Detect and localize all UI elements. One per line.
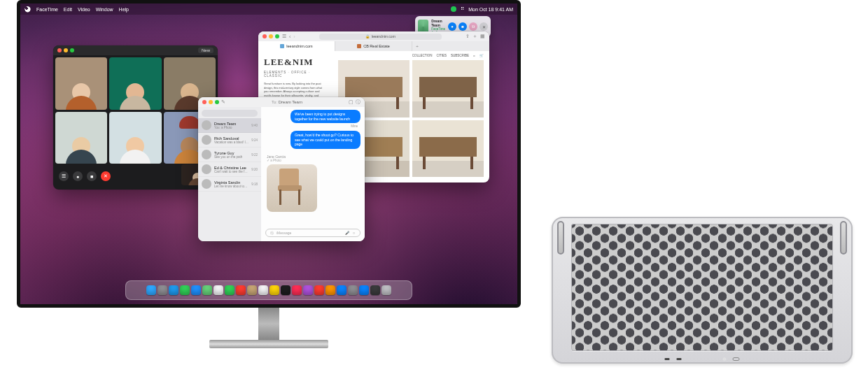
photo-attachment[interactable] bbox=[267, 164, 317, 212]
tabs-icon[interactable]: ▦ bbox=[480, 34, 485, 39]
conversation-item[interactable]: Ed & Christine LeeCan't wait to see the … bbox=[198, 162, 261, 177]
conversation-item[interactable]: Rich SandovalVacation was a blast! I thi… bbox=[198, 133, 261, 148]
lock-icon: 🔒 bbox=[365, 34, 370, 38]
dock-maps-icon[interactable] bbox=[202, 285, 212, 295]
participant-tile[interactable] bbox=[55, 57, 107, 110]
dock-keynote-icon[interactable] bbox=[359, 285, 369, 295]
shareplay-icon[interactable]: ⧉ bbox=[469, 22, 477, 31]
conversation-item[interactable]: Virginia SandínLet me know about tonight… bbox=[198, 177, 261, 192]
close-icon[interactable] bbox=[57, 48, 62, 52]
menubar-app-name[interactable]: FaceTime bbox=[36, 7, 58, 12]
window-controls[interactable] bbox=[57, 48, 74, 52]
search-input[interactable] bbox=[202, 110, 258, 117]
dock-messages-icon[interactable] bbox=[180, 285, 190, 295]
menubar-item[interactable]: Video bbox=[78, 7, 90, 12]
sidebar-icon[interactable]: ☰ bbox=[282, 34, 286, 39]
gallery-image[interactable] bbox=[412, 120, 484, 178]
dock-podcasts-icon[interactable] bbox=[303, 285, 313, 295]
dock-photos-icon[interactable] bbox=[214, 285, 223, 295]
control-center-icon[interactable]: ⠿ bbox=[461, 6, 464, 12]
participant-tile[interactable] bbox=[109, 57, 161, 110]
dock-mail-icon[interactable] bbox=[191, 285, 201, 295]
nav-link[interactable]: SUBSCRIBE bbox=[451, 54, 469, 57]
nav-link[interactable]: CITIES bbox=[436, 54, 447, 57]
handle-icon bbox=[840, 221, 847, 255]
tab[interactable]: CB Real Estate bbox=[335, 41, 412, 51]
handle-icon bbox=[557, 221, 564, 255]
menubar-item[interactable]: Window bbox=[96, 7, 113, 12]
mic-icon[interactable]: ● bbox=[448, 22, 456, 31]
status-led-icon bbox=[724, 358, 726, 360]
dock-finder-icon[interactable] bbox=[146, 285, 156, 295]
minimize-icon[interactable] bbox=[269, 34, 273, 38]
cart-icon[interactable]: 🛒 bbox=[479, 54, 484, 57]
dock-settings-icon[interactable] bbox=[348, 285, 358, 295]
new-tab-icon[interactable]: ＋ bbox=[472, 33, 477, 40]
thunderbolt-port-icon bbox=[665, 358, 670, 360]
dock-books-icon[interactable] bbox=[326, 285, 335, 295]
conversation-item[interactable]: Dream TeamYou: a Photo9:40 bbox=[198, 118, 261, 133]
dock-facetime-icon[interactable] bbox=[225, 285, 234, 295]
search-icon[interactable]: ⌕ bbox=[473, 54, 475, 57]
close-icon[interactable] bbox=[262, 34, 267, 38]
tab-active[interactable]: leeandnim.com bbox=[258, 41, 335, 51]
menubar-item[interactable]: Help bbox=[119, 7, 129, 12]
participant-tile[interactable] bbox=[55, 112, 107, 164]
dock-downloads-icon[interactable] bbox=[370, 285, 380, 295]
dock-appstore-icon[interactable] bbox=[337, 285, 346, 295]
facetime-window[interactable]: New ☰ ● ■ ✕ bbox=[53, 45, 218, 190]
emoji-icon[interactable]: ☺ bbox=[352, 231, 356, 235]
menubar-item[interactable]: Edit bbox=[64, 7, 72, 12]
dock-calendar-icon[interactable] bbox=[236, 285, 246, 295]
apps-icon[interactable]: Ⓐ bbox=[270, 231, 274, 235]
conversation-time: 9:18 bbox=[251, 183, 258, 186]
nav-link[interactable]: COLLECTION bbox=[412, 54, 433, 57]
facetime-status-icon[interactable] bbox=[451, 6, 456, 12]
camera-toggle-icon[interactable]: ■ bbox=[87, 171, 97, 181]
dock-contacts-icon[interactable] bbox=[247, 285, 257, 295]
forward-icon[interactable]: › bbox=[293, 34, 295, 39]
gallery-image[interactable] bbox=[412, 60, 484, 117]
leave-icon[interactable]: ✕ bbox=[479, 22, 488, 31]
video-call-icon[interactable]: ▢ bbox=[349, 99, 354, 105]
dock-notes-icon[interactable] bbox=[270, 285, 279, 295]
window-controls[interactable] bbox=[202, 100, 219, 104]
dock-safari-icon[interactable] bbox=[169, 285, 178, 295]
tab-label: CB Real Estate bbox=[363, 44, 390, 48]
mute-icon[interactable]: ● bbox=[73, 171, 83, 181]
dock-news-icon[interactable] bbox=[314, 285, 324, 295]
compose-icon[interactable]: ✎ bbox=[221, 99, 225, 105]
info-icon[interactable]: ⓘ bbox=[356, 99, 360, 106]
zoom-icon[interactable] bbox=[70, 48, 74, 52]
messages-window[interactable]: ✎ To: Dream Team ▢ ⓘ Dream TeamYou: a Ph… bbox=[198, 97, 365, 241]
minimize-icon[interactable] bbox=[64, 48, 68, 52]
back-icon[interactable]: ‹ bbox=[289, 34, 290, 39]
window-controls[interactable] bbox=[262, 34, 279, 38]
zoom-icon[interactable] bbox=[275, 34, 279, 38]
close-icon[interactable] bbox=[202, 100, 206, 104]
dock-trash-icon[interactable] bbox=[382, 285, 391, 295]
conversation-item[interactable]: Tyrone GuySee you on the path9:22 bbox=[198, 148, 261, 162]
menubar-clock[interactable]: Mon Oct 18 9:41 AM bbox=[468, 7, 513, 12]
message-input[interactable]: Ⓐ iMessage 🎤 ☺ bbox=[265, 229, 360, 237]
participant-tile[interactable] bbox=[109, 112, 161, 164]
apple-menu-icon[interactable] bbox=[24, 6, 31, 13]
power-button-icon[interactable] bbox=[733, 357, 740, 361]
end-call-icon[interactable]: ✕ bbox=[101, 171, 111, 181]
avatar bbox=[202, 164, 211, 174]
address-bar[interactable]: 🔒 leeandnim.com bbox=[319, 34, 442, 40]
dock-tv-icon[interactable] bbox=[281, 285, 290, 295]
minimize-icon[interactable] bbox=[209, 100, 213, 104]
dock-launchpad-icon[interactable] bbox=[158, 285, 167, 295]
dock-reminders-icon[interactable] bbox=[258, 285, 268, 295]
sidebar-toggle-icon[interactable]: ☰ bbox=[59, 171, 69, 181]
lattice-grille bbox=[571, 224, 833, 351]
video-icon[interactable]: ■ bbox=[458, 22, 467, 31]
dock-music-icon[interactable] bbox=[292, 285, 302, 295]
dictation-icon[interactable]: 🎤 bbox=[345, 231, 349, 235]
new-facetime-button[interactable]: New bbox=[198, 48, 214, 53]
zoom-icon[interactable] bbox=[215, 100, 219, 104]
share-icon[interactable]: ⇪ bbox=[465, 34, 470, 39]
avatar bbox=[202, 150, 211, 159]
plus-icon[interactable]: ＋ bbox=[412, 41, 422, 51]
